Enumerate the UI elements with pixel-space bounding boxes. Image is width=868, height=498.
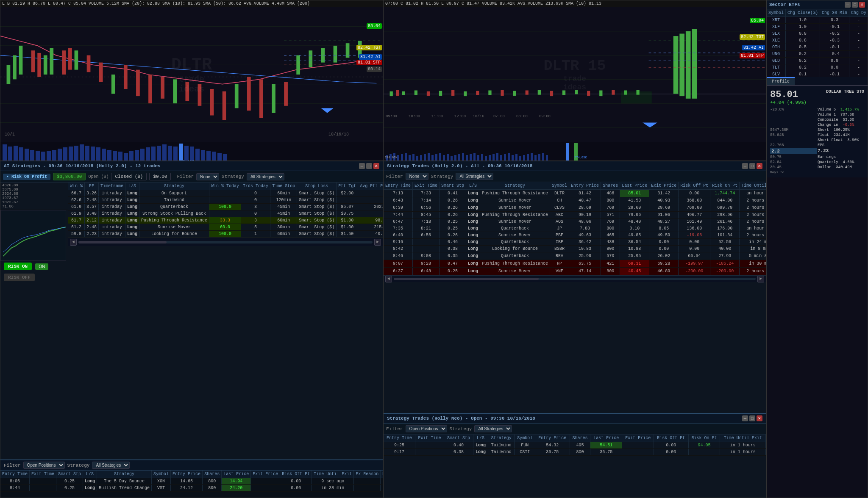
open-pos-strategy[interactable]: All Strategies	[92, 462, 130, 469]
st-strategy-select[interactable]: All Strategies	[456, 173, 493, 180]
table-row[interactable]: 61.93.57intradayLongQuarterback100.0345m…	[68, 204, 383, 210]
time-labels-right: 09:00 10:00 11:00 12:00 10/16 07:00 08:0…	[386, 114, 551, 119]
svg-rect-94	[402, 91, 405, 95]
th-avg-pft: Avg Pft Per Trade	[358, 183, 383, 190]
scroll-right-btn[interactable]: ►	[374, 239, 381, 246]
bottom-right-panel: Strategy Trades (Holly 2.0) - All - 09:3…	[383, 161, 766, 498]
svg-rect-127	[397, 155, 399, 161]
svg-rect-78	[184, 146, 189, 161]
table-row[interactable]: 7:448:450.26Long Pushing Through Resista…	[384, 212, 766, 219]
table-row[interactable]: 9:079:280.47Long Pushing Through Resista…	[384, 260, 766, 268]
st-th-time: Time Until Exit	[740, 182, 766, 190]
price-label-4: 81.01 STP	[356, 60, 382, 65]
neo-close-btn[interactable]: ✕	[757, 415, 762, 421]
ai-strategies-header: AI Strategies - 09:36 10/16/2018 (Holly …	[0, 161, 383, 171]
table-row[interactable]: 66.73.26intradayLongOn Support060minSmar…	[68, 190, 383, 197]
table-row[interactable]: XLF1.0-0.1-	[767, 24, 868, 30]
table-row[interactable]: 9:170.38Long TailwindCSII36.75800 36.75 …	[384, 449, 766, 456]
svg-text:274.03K: 274.03K	[385, 156, 398, 159]
table-row[interactable]: GLD0.20.0-	[767, 58, 868, 64]
chart-area-right[interactable]: DLTR 15 trade ideas	[384, 7, 766, 142]
risk-toggle-btn[interactable]: ON	[35, 263, 48, 270]
svg-rect-162	[531, 153, 533, 161]
neo-strategy-select[interactable]: All Strategies	[474, 425, 512, 432]
col-chg-close: Chg Close(%)	[786, 9, 820, 17]
volume-area-left: 5.12M	[0, 142, 383, 161]
table-row[interactable]: XLE0.8-0.3-	[767, 37, 868, 44]
st-th-exit-price: Exit Price	[649, 182, 679, 190]
table-row[interactable]: 59.82.23intradayLongLooking for Bounce10…	[68, 231, 383, 238]
table-row[interactable]: 7:137:330.41Long Pushing Through Resista…	[384, 190, 766, 197]
neo-maximize-btn[interactable]: □	[749, 415, 755, 421]
st-scroll-right[interactable]: ►	[757, 276, 764, 282]
detail-grid: -20.8%Volume 5 1,415.7% Volume 1 707.68 …	[770, 108, 864, 174]
neo-filter-select[interactable]: Open Positions	[406, 425, 447, 432]
st-filter-select[interactable]: None	[406, 173, 428, 180]
ai-minimize-btn[interactable]: ─	[359, 163, 365, 169]
ai-maximize-btn[interactable]: □	[366, 163, 372, 169]
st-maximize-btn[interactable]: □	[749, 163, 755, 169]
table-row[interactable]: 61.93.48intradayLongStrong Stock Pulling…	[68, 210, 383, 217]
price-label-r4: 81.01 STP	[740, 53, 765, 58]
sector-minimize-btn[interactable]: ─	[845, 2, 851, 8]
svg-rect-164	[538, 154, 540, 161]
table-row[interactable]: 9:160.46Long QuarterbackIBP36.42438 36.5…	[384, 239, 766, 246]
th-win-today: Win % Today	[209, 183, 241, 190]
svg-rect-63	[102, 149, 106, 161]
table-row[interactable]: 61.22.48intradayLongSunrise Mover60.0530…	[68, 224, 383, 231]
table-row[interactable]: 8:440.25LongBullish Trend ChangeVST24.12…	[0, 485, 383, 492]
ai-close-btn[interactable]: ✕	[373, 163, 379, 169]
table-row[interactable]: SLV0.1-0.1-	[767, 71, 868, 77]
table-row[interactable]: 9:250.40Long TailwindFUN54.32495 54.51 0…	[384, 442, 766, 449]
sector-maximize-btn[interactable]: □	[852, 2, 858, 8]
st-th-risk-off: Risk Off Pt	[679, 182, 710, 190]
table-row[interactable]: UNG0.2-0.4-	[767, 51, 868, 58]
sector-close-btn[interactable]: ✕	[859, 2, 865, 8]
svg-rect-111	[612, 90, 615, 94]
filter-select[interactable]: None	[196, 173, 219, 180]
table-row[interactable]: TLT0.20.0-	[767, 64, 868, 71]
table-row[interactable]: SLX0.8-0.2-	[767, 30, 868, 37]
profile-tab[interactable]: Profile	[767, 77, 795, 85]
neo-th-ls: L/S	[473, 434, 488, 442]
table-row[interactable]: 8:420.38Long Looking for BounceBSBR10.83…	[384, 246, 766, 252]
svg-rect-101	[488, 90, 491, 95]
th-pf: PF	[85, 183, 99, 190]
table-row[interactable]: 6:406:560.26Long Sunrise MoverPBF49.6346…	[384, 232, 766, 239]
st-close-btn[interactable]: ✕	[757, 163, 762, 169]
st-strategy-label: Strategy	[431, 174, 453, 179]
volume-area-right: 3.00M 274.03K 991.52K 274.03K	[384, 142, 766, 161]
op-th-max-profit: Max Profit	[381, 470, 383, 478]
neo-minimize-btn[interactable]: ─	[742, 415, 748, 421]
table-row[interactable]: 62.62.48intradayLongTailwind0120minSmart…	[68, 197, 383, 204]
strategy-select[interactable]: All Strategies	[247, 173, 284, 180]
svg-rect-153	[496, 153, 498, 161]
table-row[interactable]: OIH0.5-0.1-	[767, 44, 868, 51]
table-row[interactable]: 6:396:560.26Long Sunrise MoverCLVS28.697…	[384, 204, 766, 212]
svg-rect-25	[198, 84, 202, 106]
detail-change: +4.04 (4.99%)	[770, 100, 807, 105]
open-pos-filter[interactable]: Open Positions	[23, 462, 65, 469]
st-scroll-left[interactable]: ◄	[385, 276, 392, 282]
svg-rect-150	[485, 156, 487, 161]
table-row[interactable]: XRT1.00.3-	[767, 17, 868, 24]
op-th-smart: Smart Stp	[56, 470, 83, 478]
op-th-last: Last Price	[222, 470, 251, 478]
mini-chart	[0, 210, 66, 261]
table-row[interactable]: 8:469:080.35Long QuarterbackREV25.90570 …	[384, 252, 766, 260]
svg-rect-79	[190, 147, 194, 161]
st-minimize-btn[interactable]: ─	[742, 163, 748, 169]
table-row[interactable]: 7:358:210.25Long QuarterbackJP7.88800 8.…	[384, 225, 766, 232]
table-row[interactable]: 6:477:180.25Long Sunrise MoverAOS48.0676…	[384, 219, 766, 225]
svg-rect-102	[501, 90, 504, 96]
svg-rect-8	[19, 46, 23, 75]
table-row[interactable]: 8:060.25LongThe 5 Day BounceXON14.658001…	[0, 478, 383, 485]
scroll-left-btn[interactable]: ◄	[70, 239, 77, 246]
table-row[interactable]: 61.72.12intradayLongPushing Through Resi…	[68, 217, 383, 224]
volume-svg-right: 3.00M 274.03K 991.52K 274.03K	[384, 142, 766, 161]
table-row[interactable]: 6:437:140.26Long Sunrise MoverCH40.47800…	[384, 197, 766, 204]
table-row[interactable]: 6:376:480.25Long Sunrise MoverVNE47.1480…	[384, 268, 766, 275]
svg-rect-98	[451, 90, 454, 96]
chart-area-left[interactable]: DLTR trade ideas	[0, 7, 383, 142]
svg-rect-24	[185, 82, 189, 101]
